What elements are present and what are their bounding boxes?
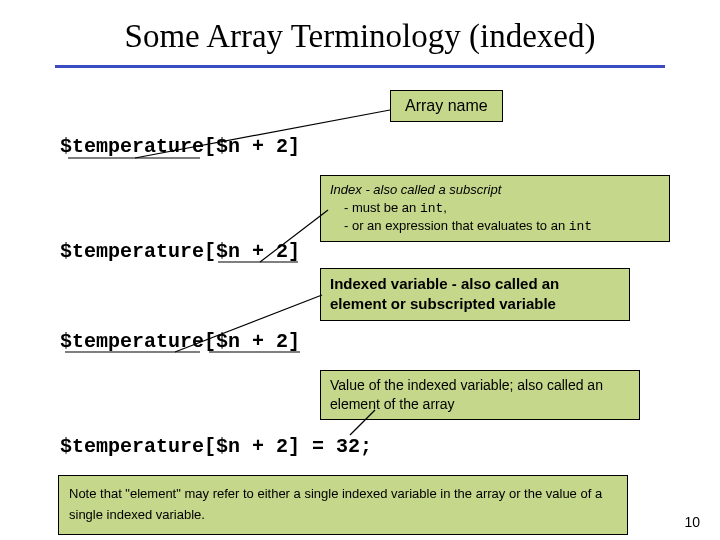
annotation-array-name: Array name <box>390 90 503 122</box>
code-line-4: $temperature[$n + 2] = 32; <box>60 435 372 458</box>
index-int2: int <box>569 219 592 234</box>
annotation-index: Index - also called a subscript - must b… <box>320 175 670 242</box>
code-line-3: $temperature[$n + 2] <box>60 330 300 353</box>
note-box: Note that "element" may refer to either … <box>58 475 628 535</box>
index-int1: int <box>420 201 443 216</box>
slide-title: Some Array Terminology (indexed) <box>0 0 720 65</box>
code-line-2: $temperature[$n + 2] <box>60 240 300 263</box>
title-underline <box>55 65 665 68</box>
page-number: 10 <box>684 514 700 530</box>
code-line-1: $temperature[$n + 2] <box>60 135 300 158</box>
annotation-indexed-variable: Indexed variable - also called an elemen… <box>320 268 630 321</box>
index-bullet1: - must be an <box>344 200 420 215</box>
index-title: Index - also called a subscript <box>330 182 501 197</box>
index-bullet1-cont: , <box>443 200 447 215</box>
index-bullet2: - or an expression that evaluates to an <box>344 218 569 233</box>
annotation-value: Value of the indexed variable; also call… <box>320 370 640 420</box>
